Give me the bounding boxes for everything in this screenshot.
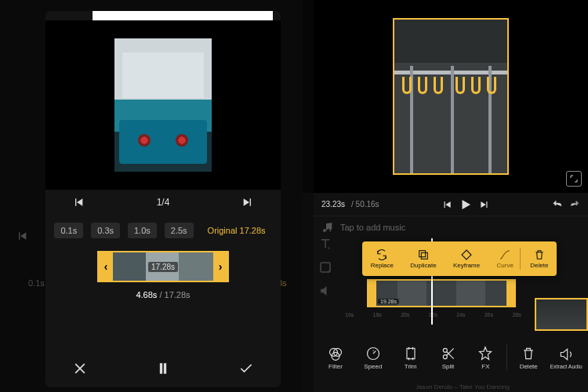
trim-handle-right[interactable]: › (213, 252, 227, 281)
tool-split[interactable]: Split (432, 346, 465, 370)
tool-speed[interactable]: Speed (357, 346, 390, 370)
ghost-prev-icon (16, 230, 28, 244)
clip-duration-badge: 19.28s (378, 299, 399, 304)
speed-preset-2[interactable]: 1.0s (128, 223, 157, 238)
svg-text:+: + (327, 245, 330, 251)
ctx-delete[interactable]: Delete (530, 249, 548, 269)
clip-handle-left[interactable] (368, 281, 376, 306)
music-icon[interactable]: + (321, 221, 334, 234)
text-track-icon[interactable]: + (318, 237, 332, 251)
panel-top-strip (93, 11, 273, 20)
confirm-button[interactable] (238, 361, 254, 376)
clip-context-menu: Replace Duplicate Keyframe Curve Delete (362, 241, 557, 276)
svg-text:+: + (327, 269, 330, 274)
playhead-time: 23.23s (321, 200, 345, 209)
clip-body[interactable]: 17.28s (113, 252, 213, 281)
tool-filter[interactable]: Filter (319, 346, 352, 370)
svg-rect-5 (421, 252, 427, 259)
clip-duration-label: 17.28s (148, 262, 178, 272)
speed-panel: 1/4 0.1s 0.3s 1.0s 2.5s Original 17.28s … (45, 11, 281, 387)
speed-preset-1[interactable]: 0.3s (91, 223, 120, 238)
preview-frame (114, 38, 212, 172)
svg-rect-4 (419, 251, 426, 257)
time-current: 4.68s (136, 290, 157, 299)
ctx-replace[interactable]: Replace (371, 249, 394, 269)
speed-preset-3[interactable]: 2.5s (165, 223, 194, 238)
preview-area (45, 20, 281, 190)
toolbar-separator (506, 344, 507, 371)
prev-clip-icon[interactable] (72, 196, 85, 209)
time-total: 17.28s (165, 290, 191, 299)
ctx-keyframe[interactable]: Keyframe (453, 249, 480, 269)
clip-strip[interactable]: ‹ 17.28s › (97, 251, 229, 282)
svg-rect-10 (407, 348, 415, 358)
ctx-curve[interactable]: Curve (497, 249, 514, 269)
audio-source-label: Jason Derulo – Take You Dancing (345, 383, 580, 390)
floating-clip-thumb[interactable] (535, 298, 588, 331)
redo-icon[interactable] (569, 199, 580, 210)
time-readout: 4.68s / 17.28s (45, 282, 281, 299)
clip-counter: 1/4 (157, 197, 170, 208)
speed-original[interactable]: Original 17.28s (201, 223, 272, 238)
step-fwd-icon[interactable] (479, 199, 490, 210)
tool-delete[interactable]: Delete (512, 346, 545, 370)
speed-preset-0[interactable]: 0.1s (54, 223, 83, 238)
undo-icon[interactable] (552, 199, 563, 210)
step-back-icon[interactable] (441, 199, 452, 210)
tool-fx[interactable]: FX (469, 346, 502, 370)
cancel-button[interactable] (72, 361, 88, 376)
total-time: / 50.16s (351, 200, 379, 209)
ctx-duplicate[interactable]: Duplicate (410, 249, 436, 269)
timeline-clip[interactable]: 19.28s (367, 279, 516, 307)
clip-handle-right[interactable] (506, 281, 514, 306)
sticker-track-icon[interactable]: + (318, 260, 332, 274)
editor-pane: 23.23s / 50.16s + Tap to add music + + R… (314, 0, 588, 392)
trim-handle-left[interactable]: ‹ (99, 252, 113, 281)
track-type-icons: + + (318, 237, 332, 298)
play-icon[interactable] (459, 198, 473, 212)
clip-toolbar: Filter Speed Trim Split FX Delete Extrac… (314, 334, 588, 381)
next-clip-icon[interactable] (241, 196, 254, 209)
audio-track-icon[interactable] (318, 284, 332, 298)
svg-text:+: + (328, 228, 332, 234)
tool-trim[interactable]: Trim (394, 346, 427, 370)
ghost-speed-label: 0.1s (28, 278, 45, 288)
editor-preview (314, 0, 588, 193)
pause-button[interactable] (155, 361, 171, 376)
expand-icon[interactable] (566, 171, 582, 187)
editor-frame[interactable] (393, 18, 509, 175)
add-music-prompt[interactable]: Tap to add music (340, 223, 580, 232)
tool-extract-audio[interactable]: Extract Audio (550, 347, 583, 369)
